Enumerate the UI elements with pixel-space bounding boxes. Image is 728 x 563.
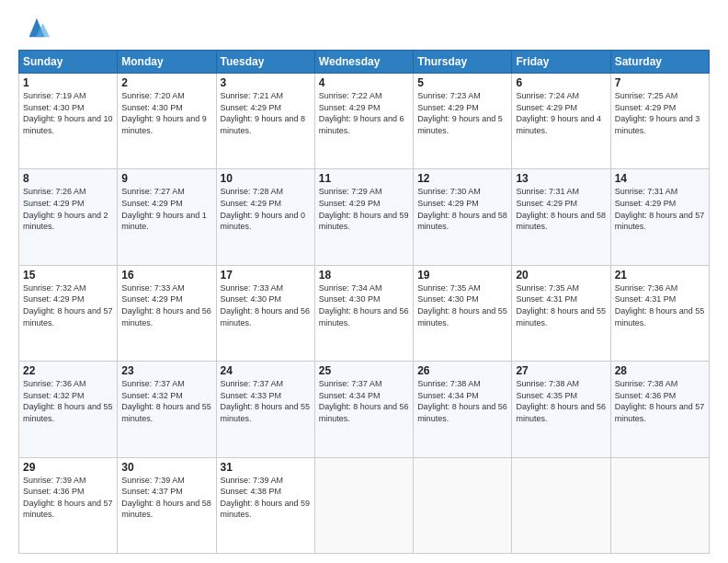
- calendar-col-thursday: Thursday: [414, 51, 512, 74]
- day-number: 13: [516, 172, 606, 185]
- day-number: 19: [417, 269, 507, 282]
- calendar-week-1: 1Sunrise: 7:19 AMSunset: 4:30 PMDaylight…: [19, 74, 710, 169]
- day-number: 16: [121, 269, 211, 282]
- calendar-cell: 14Sunrise: 7:31 AMSunset: 4:29 PMDayligh…: [610, 169, 709, 265]
- logo-icon: [24, 15, 50, 40]
- day-info: Sunrise: 7:35 AMSunset: 4:30 PMDaylight:…: [417, 282, 507, 328]
- day-info: Sunrise: 7:37 AMSunset: 4:34 PMDaylight:…: [319, 378, 409, 424]
- day-info: Sunrise: 7:39 AMSunset: 4:37 PMDaylight:…: [121, 475, 211, 521]
- day-info: Sunrise: 7:38 AMSunset: 4:35 PMDaylight:…: [516, 378, 606, 424]
- day-info: Sunrise: 7:39 AMSunset: 4:38 PMDaylight:…: [221, 475, 311, 521]
- day-number: 23: [121, 364, 211, 377]
- day-number: 1: [23, 76, 113, 89]
- calendar-cell: 12Sunrise: 7:30 AMSunset: 4:29 PMDayligh…: [414, 169, 512, 265]
- day-number: 3: [221, 76, 311, 89]
- day-number: 27: [516, 364, 606, 377]
- calendar-cell: 16Sunrise: 7:33 AMSunset: 4:29 PMDayligh…: [118, 265, 216, 361]
- calendar-cell: 21Sunrise: 7:36 AMSunset: 4:31 PMDayligh…: [610, 265, 709, 361]
- calendar-cell: 5Sunrise: 7:23 AMSunset: 4:29 PMDaylight…: [414, 74, 512, 169]
- day-info: Sunrise: 7:36 AMSunset: 4:32 PMDaylight:…: [23, 378, 113, 424]
- calendar-cell: 2Sunrise: 7:20 AMSunset: 4:30 PMDaylight…: [118, 74, 216, 169]
- day-number: 17: [221, 269, 311, 282]
- calendar-cell: 31Sunrise: 7:39 AMSunset: 4:38 PMDayligh…: [216, 457, 314, 553]
- day-number: 24: [221, 364, 311, 377]
- day-number: 12: [417, 172, 507, 185]
- day-info: Sunrise: 7:25 AMSunset: 4:29 PMDaylight:…: [615, 90, 705, 136]
- day-info: Sunrise: 7:38 AMSunset: 4:36 PMDaylight:…: [615, 378, 705, 424]
- day-number: 31: [221, 461, 311, 474]
- calendar-cell: [512, 457, 610, 553]
- calendar-cell: 25Sunrise: 7:37 AMSunset: 4:34 PMDayligh…: [314, 362, 413, 457]
- calendar-cell: 1Sunrise: 7:19 AMSunset: 4:30 PMDaylight…: [19, 74, 118, 169]
- calendar-col-saturday: Saturday: [610, 51, 709, 74]
- day-info: Sunrise: 7:22 AMSunset: 4:29 PMDaylight:…: [319, 90, 409, 136]
- calendar-cell: 30Sunrise: 7:39 AMSunset: 4:37 PMDayligh…: [118, 457, 216, 553]
- day-info: Sunrise: 7:39 AMSunset: 4:36 PMDaylight:…: [23, 475, 113, 521]
- logo: [18, 15, 50, 40]
- day-number: 10: [221, 172, 311, 185]
- day-info: Sunrise: 7:30 AMSunset: 4:29 PMDaylight:…: [417, 186, 507, 232]
- day-number: 7: [615, 76, 705, 89]
- calendar-week-2: 8Sunrise: 7:26 AMSunset: 4:29 PMDaylight…: [19, 169, 710, 265]
- calendar-col-tuesday: Tuesday: [216, 51, 314, 74]
- calendar-cell: [314, 457, 413, 553]
- day-number: 9: [121, 172, 211, 185]
- day-number: 4: [319, 76, 409, 89]
- calendar-cell: 10Sunrise: 7:28 AMSunset: 4:29 PMDayligh…: [216, 169, 314, 265]
- calendar-cell: 23Sunrise: 7:37 AMSunset: 4:32 PMDayligh…: [118, 362, 216, 457]
- calendar-week-5: 29Sunrise: 7:39 AMSunset: 4:36 PMDayligh…: [19, 457, 710, 553]
- day-number: 11: [319, 172, 409, 185]
- day-number: 2: [121, 76, 211, 89]
- day-number: 8: [23, 172, 113, 185]
- day-info: Sunrise: 7:29 AMSunset: 4:29 PMDaylight:…: [319, 186, 409, 232]
- day-info: Sunrise: 7:31 AMSunset: 4:29 PMDaylight:…: [615, 186, 705, 232]
- day-info: Sunrise: 7:32 AMSunset: 4:29 PMDaylight:…: [23, 282, 113, 328]
- day-number: 18: [319, 269, 409, 282]
- calendar-col-monday: Monday: [118, 51, 216, 74]
- day-number: 22: [23, 364, 113, 377]
- day-number: 15: [23, 269, 113, 282]
- calendar-cell: 8Sunrise: 7:26 AMSunset: 4:29 PMDaylight…: [19, 169, 118, 265]
- day-info: Sunrise: 7:37 AMSunset: 4:32 PMDaylight:…: [121, 378, 211, 424]
- day-info: Sunrise: 7:33 AMSunset: 4:30 PMDaylight:…: [221, 282, 311, 328]
- day-number: 29: [23, 461, 113, 474]
- calendar-week-3: 15Sunrise: 7:32 AMSunset: 4:29 PMDayligh…: [19, 265, 710, 361]
- day-number: 5: [417, 76, 507, 89]
- calendar-cell: 6Sunrise: 7:24 AMSunset: 4:29 PMDaylight…: [512, 74, 610, 169]
- calendar-cell: 26Sunrise: 7:38 AMSunset: 4:34 PMDayligh…: [414, 362, 512, 457]
- calendar-cell: 22Sunrise: 7:36 AMSunset: 4:32 PMDayligh…: [19, 362, 118, 457]
- day-info: Sunrise: 7:37 AMSunset: 4:33 PMDaylight:…: [221, 378, 311, 424]
- day-info: Sunrise: 7:20 AMSunset: 4:30 PMDaylight:…: [121, 90, 211, 136]
- calendar-cell: 29Sunrise: 7:39 AMSunset: 4:36 PMDayligh…: [19, 457, 118, 553]
- calendar-cell: 15Sunrise: 7:32 AMSunset: 4:29 PMDayligh…: [19, 265, 118, 361]
- calendar-cell: 20Sunrise: 7:35 AMSunset: 4:31 PMDayligh…: [512, 265, 610, 361]
- calendar-col-friday: Friday: [512, 51, 610, 74]
- calendar-cell: [414, 457, 512, 553]
- day-info: Sunrise: 7:26 AMSunset: 4:29 PMDaylight:…: [23, 186, 113, 232]
- day-info: Sunrise: 7:19 AMSunset: 4:30 PMDaylight:…: [23, 90, 113, 136]
- day-info: Sunrise: 7:38 AMSunset: 4:34 PMDaylight:…: [417, 378, 507, 424]
- day-number: 21: [615, 269, 705, 282]
- day-number: 25: [319, 364, 409, 377]
- calendar-table: SundayMondayTuesdayWednesdayThursdayFrid…: [18, 50, 710, 554]
- calendar-cell: 28Sunrise: 7:38 AMSunset: 4:36 PMDayligh…: [610, 362, 709, 457]
- day-info: Sunrise: 7:34 AMSunset: 4:30 PMDaylight:…: [319, 282, 409, 328]
- day-info: Sunrise: 7:31 AMSunset: 4:29 PMDaylight:…: [516, 186, 606, 232]
- day-info: Sunrise: 7:28 AMSunset: 4:29 PMDaylight:…: [221, 186, 311, 232]
- day-info: Sunrise: 7:36 AMSunset: 4:31 PMDaylight:…: [615, 282, 705, 328]
- calendar-week-4: 22Sunrise: 7:36 AMSunset: 4:32 PMDayligh…: [19, 362, 710, 457]
- calendar-cell: 3Sunrise: 7:21 AMSunset: 4:29 PMDaylight…: [216, 74, 314, 169]
- day-number: 26: [417, 364, 507, 377]
- day-info: Sunrise: 7:33 AMSunset: 4:29 PMDaylight:…: [121, 282, 211, 328]
- day-info: Sunrise: 7:35 AMSunset: 4:31 PMDaylight:…: [516, 282, 606, 328]
- calendar-cell: 13Sunrise: 7:31 AMSunset: 4:29 PMDayligh…: [512, 169, 610, 265]
- calendar-cell: [610, 457, 709, 553]
- calendar-col-sunday: Sunday: [19, 51, 118, 74]
- day-number: 30: [121, 461, 211, 474]
- calendar-cell: 24Sunrise: 7:37 AMSunset: 4:33 PMDayligh…: [216, 362, 314, 457]
- day-info: Sunrise: 7:24 AMSunset: 4:29 PMDaylight:…: [516, 90, 606, 136]
- calendar-cell: 18Sunrise: 7:34 AMSunset: 4:30 PMDayligh…: [314, 265, 413, 361]
- day-info: Sunrise: 7:27 AMSunset: 4:29 PMDaylight:…: [121, 186, 211, 232]
- calendar-cell: 9Sunrise: 7:27 AMSunset: 4:29 PMDaylight…: [118, 169, 216, 265]
- day-info: Sunrise: 7:23 AMSunset: 4:29 PMDaylight:…: [417, 90, 507, 136]
